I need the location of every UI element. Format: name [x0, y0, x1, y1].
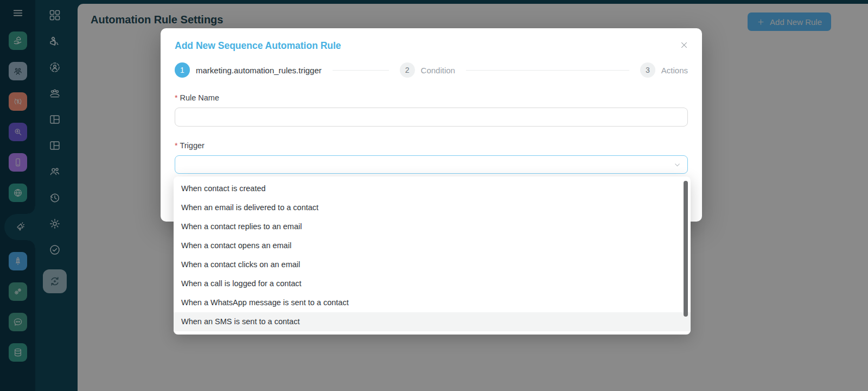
step-condition[interactable]: 2 Condition [400, 62, 455, 78]
dropdown-option[interactable]: When a contact opens an email [174, 236, 691, 255]
chevron-down-icon [673, 161, 681, 169]
step-connector [466, 70, 629, 71]
dropdown-option[interactable]: When contact is created [174, 179, 691, 198]
trigger-options-dropdown: When contact is created When an email is… [174, 176, 691, 335]
required-asterisk: * [175, 141, 177, 150]
dropdown-option[interactable]: When a WhatsApp message is sent to a con… [174, 293, 691, 312]
trigger-label: * Trigger [175, 141, 688, 150]
step-trigger[interactable]: 1 marketing.automation_rules.trigger [175, 62, 322, 78]
step-2-label: Condition [421, 66, 455, 75]
dropdown-scrollbar[interactable] [684, 181, 688, 317]
step-1-circle: 1 [175, 62, 190, 78]
step-3-circle: 3 [640, 62, 655, 78]
rule-name-input[interactable] [175, 108, 688, 127]
close-icon [679, 40, 689, 50]
dropdown-option[interactable]: When a call is logged for a contact [174, 274, 691, 293]
step-connector [333, 70, 389, 71]
step-2-circle: 2 [400, 62, 415, 78]
trigger-select[interactable] [175, 155, 688, 174]
dropdown-option[interactable]: When a contact clicks on an email [174, 255, 691, 274]
dropdown-option-highlighted[interactable]: When an SMS is sent to a contact [174, 312, 691, 331]
step-actions[interactable]: 3 Actions [640, 62, 688, 78]
required-asterisk: * [175, 93, 177, 102]
close-button[interactable] [678, 39, 690, 51]
step-3-label: Actions [661, 66, 688, 75]
modal-title: Add New Sequence Automation Rule [175, 40, 688, 52]
dropdown-option[interactable]: When a contact replies to an email [174, 217, 691, 236]
dropdown-option[interactable]: When an email is delivered to a contact [174, 198, 691, 217]
rule-name-label: * Rule Name [175, 93, 688, 102]
step-1-label: marketing.automation_rules.trigger [196, 66, 322, 75]
steps-bar: 1 marketing.automation_rules.trigger 2 C… [175, 61, 688, 79]
